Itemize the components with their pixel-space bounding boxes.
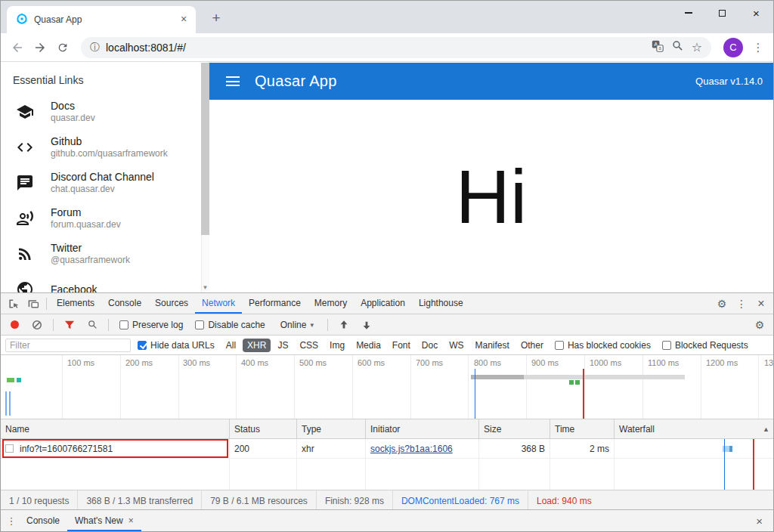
network-settings-gear-icon[interactable]: ⚙ [751, 316, 769, 334]
filter-pill-font[interactable]: Font [388, 339, 415, 352]
link-title: Github [51, 135, 168, 148]
forward-button[interactable] [29, 37, 51, 58]
scrollbar-down-icon[interactable]: ▼ [201, 284, 209, 291]
profile-avatar[interactable]: C [723, 38, 743, 57]
export-har-icon[interactable] [357, 316, 376, 334]
import-har-icon[interactable] [334, 316, 354, 334]
window-close-button[interactable]: × [739, 1, 773, 25]
filter-pill-img[interactable]: Img [325, 339, 349, 352]
devtools-close-icon[interactable]: × [752, 295, 770, 313]
devtools-tab-sources[interactable]: Sources [148, 293, 195, 314]
devtools-tab-application[interactable]: Application [354, 293, 412, 314]
column-header-type[interactable]: Type [297, 419, 366, 438]
drawer-link-facebook[interactable]: Facebook [1, 271, 209, 292]
sort-ascending-icon[interactable]: ▲ [763, 425, 769, 433]
devtools-tab-performance[interactable]: Performance [242, 293, 308, 314]
devtools-menu-icon[interactable]: ⋮ [732, 295, 751, 313]
drawer-link-text: Twitter @quasarframework [51, 241, 130, 266]
blocked-requests-checkbox[interactable]: Blocked Requests [662, 340, 748, 351]
tab-close-icon[interactable]: × [178, 14, 190, 26]
back-button[interactable] [7, 37, 28, 58]
record-icon[interactable] [11, 320, 19, 329]
filter-pill-other[interactable]: Other [516, 339, 548, 352]
window-maximize-button[interactable] [705, 1, 739, 25]
filter-pill-xhr[interactable]: XHR [243, 339, 271, 352]
link-caption: github.com/quasarframework [51, 148, 168, 159]
drawer-tab-console[interactable]: Console [19, 510, 67, 531]
menu-hamburger-icon[interactable] [220, 69, 246, 94]
filter-pill-doc[interactable]: Doc [417, 339, 442, 352]
devtools-tab-lighthouse[interactable]: Lighthouse [412, 293, 470, 314]
link-title: Facebook [51, 283, 97, 293]
browser-tab[interactable]: Quasar App × [7, 6, 196, 33]
preserve-log-checkbox[interactable]: Preserve log [119, 320, 183, 330]
drawer-scrollbar-thumb[interactable] [201, 63, 209, 235]
drawer-tab-close-icon[interactable]: × [128, 510, 134, 531]
filter-pill-all[interactable]: All [221, 339, 240, 352]
blocked-requests-label: Blocked Requests [675, 340, 748, 351]
devtools-tab-console[interactable]: Console [101, 293, 148, 314]
devtools-settings-gear-icon[interactable]: ⚙ [713, 295, 731, 313]
filter-pill-css[interactable]: CSS [295, 339, 323, 352]
drawer-menu-icon[interactable]: ⋮ [4, 515, 19, 527]
app-title: Quasar App [255, 73, 337, 90]
column-header-initiator[interactable]: Initiator [366, 419, 479, 438]
devtools-tab-network[interactable]: Network [195, 293, 242, 314]
request-size-cell: 368 B [479, 439, 550, 458]
devtools-tab-elements[interactable]: Elements [50, 293, 101, 314]
drawer-link-github[interactable]: Github github.com/quasarframework [1, 129, 209, 165]
new-tab-button[interactable]: + [206, 8, 226, 28]
filter-funnel-icon[interactable] [60, 316, 79, 334]
browser-menu-icon[interactable]: ⋮ [749, 41, 767, 54]
code-icon [16, 138, 34, 156]
url-text[interactable]: localhost:8081/#/ [106, 42, 646, 54]
bookmark-star-icon[interactable]: ☆ [692, 40, 702, 54]
toolbar-divider [46, 298, 47, 310]
timeline-label: 1000 ms [590, 358, 621, 367]
translate-icon[interactable]: Aa [652, 40, 664, 55]
drawer-link-docs[interactable]: Docs quasar.dev [1, 94, 209, 129]
request-name-cell[interactable]: info?t=1600766271581 [1, 439, 230, 458]
drawer-tab-whats-new[interactable]: What's New × [67, 510, 141, 531]
timeline-label: 900 ms [531, 358, 559, 367]
network-overview-timeline[interactable]: 100 ms 200 ms 300 ms 400 ms 500 ms 600 m… [1, 355, 773, 419]
address-bar[interactable]: ⓘ localhost:8081/#/ Aa ☆ [81, 37, 711, 58]
request-name[interactable]: info?t=1600766271581 [20, 444, 113, 454]
drawer-close-icon[interactable]: × [748, 515, 770, 527]
filter-input[interactable] [5, 339, 131, 352]
clear-icon[interactable] [27, 316, 47, 334]
filter-pill-js[interactable]: JS [273, 339, 293, 352]
page-info-icon[interactable]: ⓘ [90, 41, 100, 54]
reload-button[interactable] [52, 37, 73, 58]
link-caption: chat.quasar.dev [51, 184, 154, 195]
network-filter-row: Hide data URLs All XHR JS CSS Img Media … [1, 336, 773, 355]
drawer-link-twitter[interactable]: Twitter @quasarframework [1, 236, 209, 271]
summary-resources: 79 B / 6.1 MB resources [202, 490, 317, 512]
column-header-size[interactable]: Size [479, 419, 550, 438]
zoom-icon[interactable] [672, 40, 683, 54]
disable-cache-checkbox[interactable]: Disable cache [195, 320, 265, 330]
column-header-waterfall[interactable]: Waterfall ▲ [615, 419, 773, 438]
filter-pill-ws[interactable]: WS [444, 339, 468, 352]
column-header-name[interactable]: Name [1, 419, 230, 438]
drawer-link-forum[interactable]: Forum forum.quasar.dev [1, 200, 209, 236]
search-icon[interactable] [82, 316, 102, 334]
column-header-time[interactable]: Time [550, 419, 615, 438]
device-toolbar-icon[interactable] [23, 295, 43, 313]
greeting-text: Hi [456, 159, 527, 234]
initiator-link[interactable]: sockjs.js?b1aa:1606 [370, 444, 453, 454]
filter-pill-manifest[interactable]: Manifest [471, 339, 514, 352]
window-minimize-button[interactable] [671, 1, 705, 25]
network-request-row[interactable]: info?t=1600766271581 200 xhr sockjs.js?b… [1, 439, 773, 459]
devtools-tab-memory[interactable]: Memory [308, 293, 354, 314]
hide-data-urls-checkbox[interactable]: Hide data URLs [138, 340, 215, 351]
has-blocked-cookies-checkbox[interactable]: Has blocked cookies [555, 340, 651, 351]
school-icon [16, 103, 34, 121]
maximize-icon [719, 10, 726, 17]
inspect-element-icon[interactable] [4, 295, 23, 313]
timeline-mark [7, 378, 14, 382]
throttling-select[interactable]: Online ▾ [280, 320, 314, 330]
column-header-status[interactable]: Status [230, 419, 297, 438]
filter-pill-media[interactable]: Media [351, 339, 385, 352]
drawer-link-discord[interactable]: Discord Chat Channel chat.quasar.dev [1, 165, 209, 200]
